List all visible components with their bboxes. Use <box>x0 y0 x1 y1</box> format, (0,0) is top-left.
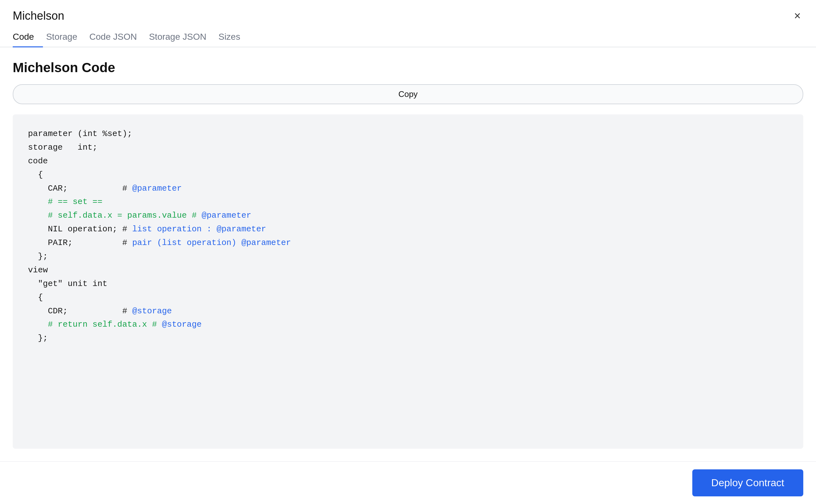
code-line: { <box>28 291 788 304</box>
tab-sizes[interactable]: Sizes <box>218 28 249 47</box>
window: Michelson × CodeStorageCode JSONStorage … <box>0 0 816 504</box>
tab-code[interactable]: Code <box>13 28 43 47</box>
code-line: view <box>28 263 788 277</box>
code-line: # == set == <box>28 195 788 209</box>
code-line: parameter (int %set); <box>28 127 788 141</box>
code-block: parameter (int %set);storage int;code { … <box>13 114 803 449</box>
code-line: PAIR; # pair (list operation) @parameter <box>28 236 788 250</box>
footer: Deploy Contract <box>0 461 816 504</box>
code-line: }; <box>28 331 788 345</box>
code-line: # return self.data.x # @storage <box>28 318 788 331</box>
title-bar: Michelson × <box>0 0 816 23</box>
tab-storage[interactable]: Storage <box>46 28 86 47</box>
code-line: }; <box>28 250 788 263</box>
code-line: CDR; # @storage <box>28 304 788 318</box>
code-line: { <box>28 168 788 182</box>
tab-bar: CodeStorageCode JSONStorage JSONSizes <box>0 28 816 47</box>
window-title: Michelson <box>13 9 64 23</box>
code-line: NIL operation; # list operation : @param… <box>28 222 788 236</box>
code-line: CAR; # @parameter <box>28 182 788 195</box>
close-button[interactable]: × <box>792 9 803 23</box>
copy-button[interactable]: Copy <box>13 84 803 104</box>
section-title: Michelson Code <box>13 60 803 75</box>
code-line: "get" unit int <box>28 277 788 291</box>
tab-code-json[interactable]: Code JSON <box>89 28 146 47</box>
code-line: storage int; <box>28 141 788 154</box>
tab-storage-json[interactable]: Storage JSON <box>149 28 215 47</box>
code-line: code <box>28 154 788 168</box>
code-line: # self.data.x = params.value # @paramete… <box>28 209 788 222</box>
main-content: Michelson Code Copy parameter (int %set)… <box>0 47 816 461</box>
deploy-contract-button[interactable]: Deploy Contract <box>692 469 803 496</box>
